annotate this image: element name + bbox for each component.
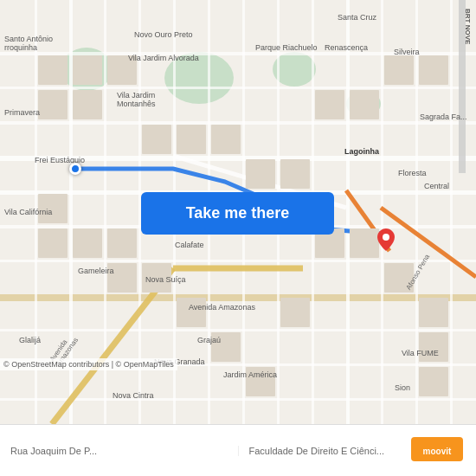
- origin-marker: [69, 163, 81, 175]
- map-container: Santa Cruz Renascença Silveira Sagrada F…: [0, 0, 476, 424]
- svg-rect-37: [73, 55, 102, 85]
- origin-info[interactable]: Rua Joaquim De P...: [0, 446, 239, 456]
- svg-rect-40: [142, 125, 171, 154]
- svg-rect-35: [38, 55, 68, 85]
- svg-rect-63: [419, 332, 448, 362]
- svg-rect-48: [419, 55, 448, 85]
- svg-rect-43: [246, 159, 275, 189]
- svg-rect-25: [346, 0, 350, 424]
- svg-rect-53: [107, 263, 137, 293]
- svg-rect-46: [350, 90, 379, 119]
- take-me-there-button[interactable]: Take me there: [141, 192, 334, 235]
- svg-rect-47: [384, 55, 414, 85]
- svg-rect-28: [450, 0, 453, 424]
- svg-rect-64: [419, 367, 448, 396]
- svg-point-65: [383, 234, 389, 241]
- svg-rect-60: [350, 228, 379, 258]
- svg-rect-26: [381, 0, 383, 424]
- svg-rect-42: [211, 125, 241, 154]
- svg-rect-57: [246, 367, 275, 396]
- svg-rect-56: [211, 332, 241, 362]
- svg-rect-50: [38, 228, 68, 258]
- svg-rect-27: [415, 0, 418, 424]
- map-attribution: © OpenStreetMap contributors | © OpenMap…: [0, 358, 177, 370]
- origin-label: Rua Joaquim De P...: [10, 446, 228, 456]
- svg-rect-55: [177, 298, 206, 327]
- svg-rect-41: [177, 125, 206, 154]
- bottom-bar: Rua Joaquim De P... Faculdade De Direito…: [0, 424, 476, 476]
- moovit-logo: moovit: [407, 433, 467, 467]
- svg-rect-51: [73, 228, 102, 258]
- svg-rect-45: [315, 90, 344, 119]
- svg-rect-62: [419, 298, 448, 327]
- brt-label: BRT NOVE: [464, 9, 472, 44]
- destination-marker: [377, 228, 395, 251]
- svg-rect-52: [107, 228, 137, 258]
- svg-rect-36: [38, 90, 68, 119]
- svg-text:moovit: moovit: [423, 447, 452, 456]
- svg-rect-44: [280, 159, 310, 189]
- svg-rect-58: [280, 298, 310, 327]
- svg-rect-54: [142, 263, 171, 293]
- svg-rect-38: [73, 90, 102, 119]
- svg-rect-39: [107, 55, 137, 85]
- svg-rect-49: [38, 194, 68, 223]
